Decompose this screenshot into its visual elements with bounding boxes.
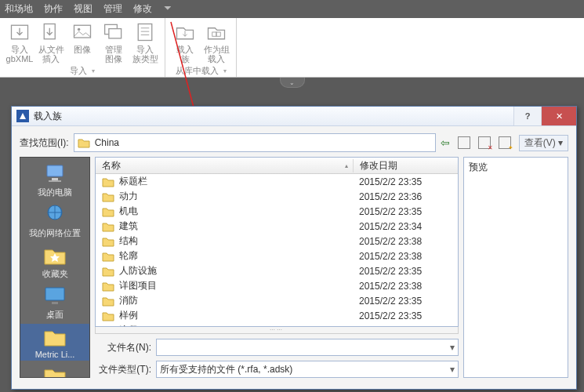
file-date: 2015/2/2 23:35	[353, 176, 458, 187]
close-button[interactable]: ✕	[541, 107, 576, 125]
svg-rect-12	[52, 178, 58, 180]
app-icon	[16, 110, 29, 122]
ribbon: 导入gbXML 从文件插入 图像 管理图像 导入族类型	[0, 18, 584, 78]
place-metric-detail[interactable]: Metric De...	[20, 362, 89, 378]
preview-label: 预览	[469, 161, 563, 174]
folder-icon	[102, 310, 114, 321]
file-name: 样例	[119, 309, 138, 322]
file-list[interactable]: 名称 修改日期 标题栏2015/2/2 23:35动力2015/2/2 23:3…	[95, 157, 459, 327]
folder-icon	[102, 266, 114, 277]
column-name[interactable]: 名称	[96, 159, 354, 172]
filetype-label: 文件类型(T):	[95, 363, 151, 376]
file-name: 详图项目	[119, 279, 157, 292]
file-name: 结构	[119, 234, 138, 248]
place-favorites[interactable]: 收藏夹	[20, 242, 89, 281]
svg-rect-7	[212, 32, 216, 36]
manage-images-button[interactable]: 管理图像	[99, 20, 129, 64]
table-row[interactable]: 注释2015/2/2 23:34	[96, 323, 458, 327]
file-date: 2015/2/2 23:38	[353, 281, 458, 292]
folder-icon	[102, 176, 114, 187]
load-family-dialog: 载入族 ? ✕ 查找范围(I): China ⇦ 查看(V) ▾	[11, 106, 577, 390]
file-name: 人防设施	[119, 264, 157, 278]
file-name: 标题栏	[119, 175, 147, 188]
file-name: 建筑	[119, 220, 138, 233]
file-name: 轮廓	[119, 249, 138, 263]
load-as-group-button[interactable]: 作为组载入	[201, 20, 231, 64]
svg-rect-13	[49, 180, 61, 182]
file-name: 消防	[119, 294, 138, 307]
svg-rect-16	[52, 302, 58, 304]
file-date: 2015/2/2 23:36	[353, 191, 458, 202]
menu-item[interactable]: 视图	[74, 2, 92, 16]
place-my-computer[interactable]: 我的电脑	[20, 161, 89, 200]
table-row[interactable]: 标题栏2015/2/2 23:35	[96, 174, 458, 189]
menu-item[interactable]: 修改	[133, 2, 152, 16]
place-metric-library[interactable]: Metric Li...	[20, 324, 89, 361]
table-row[interactable]: 样例2015/2/2 23:35	[96, 308, 458, 323]
help-button[interactable]: ?	[513, 107, 541, 125]
table-row[interactable]: 机电2015/2/2 23:35	[96, 204, 458, 219]
table-row[interactable]: 消防2015/2/2 23:35	[96, 293, 458, 308]
svg-rect-2	[74, 25, 91, 38]
file-date: 2015/2/2 23:35	[353, 296, 458, 307]
menu-bar: 和场地 协作 视图 管理 修改 ⏷	[0, 0, 584, 18]
lookin-combo[interactable]: China	[74, 133, 436, 152]
file-date: 2015/2/2 23:35	[353, 310, 458, 321]
file-date: 2015/2/2 23:35	[353, 266, 458, 277]
menu-item[interactable]: 协作	[44, 2, 63, 16]
filename-input[interactable]	[156, 339, 459, 356]
ribbon-group-load-from-lib: 载入族 作为组载入 从库中载入	[165, 18, 237, 77]
place-network[interactable]: 我的网络位置	[20, 201, 89, 241]
import-family-types-button[interactable]: 导入族类型	[130, 20, 160, 64]
file-name: 动力	[119, 190, 138, 203]
svg-rect-15	[45, 288, 64, 300]
filename-label: 文件名(N):	[95, 341, 151, 354]
view-button[interactable]: 查看(V) ▾	[519, 135, 568, 151]
file-date: 2015/2/2 23:34	[353, 325, 458, 328]
resize-grip[interactable]: ⋯⋯	[95, 327, 459, 334]
folder-icon	[102, 325, 114, 328]
filetype-combo[interactable]: 所有受支持的文件 (*.rfa, *.adsk)	[156, 361, 459, 378]
delete-icon[interactable]	[478, 136, 491, 149]
import-gbxml-button[interactable]: 导入gbXML	[5, 20, 34, 64]
preview-pane: 预览	[463, 157, 568, 378]
load-family-button[interactable]: 载入族	[170, 20, 200, 64]
table-row[interactable]: 结构2015/2/2 23:38	[96, 234, 458, 249]
dialog-title: 载入族	[34, 110, 513, 123]
file-date: 2015/2/2 23:38	[353, 236, 458, 247]
folder-icon	[102, 281, 114, 292]
menu-item[interactable]: 和场地	[5, 2, 33, 16]
new-folder-icon[interactable]	[499, 136, 511, 149]
folder-icon	[102, 206, 114, 217]
panel-pull-icon[interactable]: ⌄	[280, 78, 305, 88]
insert-from-file-button[interactable]: 从文件插入	[36, 20, 66, 64]
table-row[interactable]: 轮廓2015/2/2 23:38	[96, 249, 458, 263]
file-date: 2015/2/2 23:35	[353, 206, 458, 217]
table-row[interactable]: 建筑2015/2/2 23:34	[96, 219, 458, 234]
svg-rect-11	[47, 165, 63, 176]
back-icon[interactable]: ⇦	[441, 136, 450, 149]
table-row[interactable]: 详图项目2015/2/2 23:38	[96, 278, 458, 293]
file-name: 注释	[119, 324, 138, 327]
menu-item[interactable]: 管理	[103, 2, 122, 16]
svg-rect-8	[216, 32, 220, 36]
folder-icon	[102, 296, 114, 307]
image-button[interactable]: 图像	[67, 20, 97, 64]
svg-rect-5	[109, 29, 122, 38]
table-row[interactable]: 人防设施2015/2/2 23:35	[96, 263, 458, 278]
folder-icon	[102, 221, 114, 232]
column-date[interactable]: 修改日期	[354, 159, 458, 172]
table-row[interactable]: 动力2015/2/2 23:36	[96, 189, 458, 204]
file-name: 机电	[119, 205, 138, 218]
places-bar: 我的电脑 我的网络位置 收藏夹 桌面	[20, 157, 90, 378]
place-desktop[interactable]: 桌面	[20, 283, 89, 322]
svg-point-3	[78, 28, 81, 31]
ribbon-group-import: 导入gbXML 从文件插入 图像 管理图像 导入族类型	[0, 18, 165, 77]
dropdown-icon[interactable]: ⏷	[163, 2, 172, 16]
dialog-titlebar[interactable]: 载入族 ? ✕	[12, 107, 576, 126]
svg-rect-6	[138, 24, 152, 41]
file-date: 2015/2/2 23:34	[353, 221, 458, 232]
folder-icon	[102, 251, 114, 262]
up-icon[interactable]	[458, 136, 470, 149]
folder-icon	[78, 137, 90, 148]
